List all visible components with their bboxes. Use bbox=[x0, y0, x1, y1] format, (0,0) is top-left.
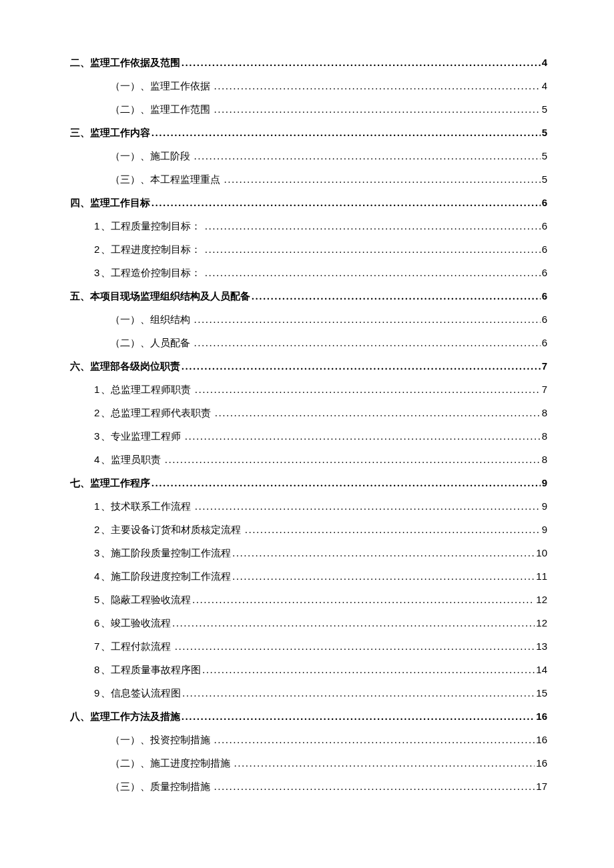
toc-entry: 8、工程质量事故程序图14 bbox=[70, 664, 547, 677]
toc-entry-title: 5、隐蔽工程验收流程 bbox=[94, 594, 191, 606]
toc-entry: 八、监理工作方法及措施16 bbox=[70, 711, 547, 723]
toc-entry-page: 16 bbox=[536, 757, 547, 769]
toc-entry-title: 6、竣工验收流程 bbox=[94, 617, 171, 630]
toc-entry: （一）、组织结构 6 bbox=[70, 314, 547, 326]
toc-entry: 2、总监理工程师代表职责 8 bbox=[70, 407, 547, 420]
toc-entry: 4、监理员职责 8 bbox=[70, 454, 547, 466]
toc-entry: 7、工程付款流程 13 bbox=[70, 640, 547, 653]
toc-entry-title: 1、总监理工程师职责 bbox=[94, 384, 194, 396]
toc-entry-page: 16 bbox=[536, 734, 547, 745]
toc-entry-page: 8 bbox=[542, 407, 547, 418]
toc-entry-title: （一）、施工阶段 bbox=[110, 150, 193, 163]
toc-leader-dots bbox=[214, 81, 541, 92]
toc-leader-dots bbox=[195, 501, 541, 512]
toc-entry-page: 6 bbox=[542, 220, 547, 232]
toc-entry: （二）、人员配备 6 bbox=[70, 337, 547, 350]
toc-leader-dots bbox=[205, 244, 541, 256]
toc-entry-title: 五、本项目现场监理组织结构及人员配备 bbox=[70, 290, 250, 303]
toc-entry: 3、工程造价控制目标： 6 bbox=[70, 267, 547, 280]
toc-entry-page: 5 bbox=[542, 150, 547, 161]
toc-entry: 七、监理工作程序9 bbox=[70, 477, 547, 490]
toc-leader-dots bbox=[215, 408, 541, 419]
toc-entry: （一）、投资控制措施 16 bbox=[70, 734, 547, 747]
toc-entry-page: 6 bbox=[542, 314, 547, 325]
toc-entry-title: （二）、施工进度控制措施 bbox=[110, 757, 233, 770]
toc-entry: 9、信息签认流程图15 bbox=[70, 687, 547, 700]
table-of-contents: 二、监理工作依据及范围4（一）、监理工作依据 4（二）、监理工作范围 5三、监理… bbox=[70, 57, 547, 793]
toc-leader-dots bbox=[214, 104, 541, 115]
toc-entry-title: 8、工程质量事故程序图 bbox=[94, 664, 201, 677]
toc-entry: 2、主要设备订货和材质核定流程 9 bbox=[70, 524, 547, 536]
toc-entry-number: 4 bbox=[94, 570, 99, 582]
toc-entry-page: 9 bbox=[542, 500, 547, 512]
toc-entry-page: 4 bbox=[542, 57, 547, 68]
toc-entry-title: 二、监理工作依据及范围 bbox=[70, 57, 180, 69]
toc-entry-page: 14 bbox=[536, 664, 547, 675]
toc-entry-title: 9、信息签认流程图 bbox=[94, 687, 181, 700]
toc-leader-dots bbox=[151, 127, 541, 139]
toc-entry-page: 5 bbox=[542, 127, 547, 138]
toc-entry: 3、施工阶段质量控制工作流程10 bbox=[70, 547, 547, 560]
toc-entry-page: 5 bbox=[542, 103, 547, 115]
toc-entry: 二、监理工作依据及范围4 bbox=[70, 57, 547, 69]
toc-entry-title: （一）、监理工作依据 bbox=[110, 80, 213, 93]
toc-entry: 2、工程进度控制目标： 6 bbox=[70, 244, 547, 256]
toc-leader-dots bbox=[195, 384, 541, 396]
toc-entry: 五、本项目现场监理组织结构及人员配备6 bbox=[70, 290, 547, 303]
toc-entry-title: 3、施工阶段质量控制工作流程 bbox=[94, 547, 231, 560]
toc-entry: 4、施工阶段进度控制工作流程11 bbox=[70, 570, 547, 583]
toc-entry: （二）、监理工作范围 5 bbox=[70, 103, 547, 116]
toc-entry-number: 2 bbox=[94, 407, 99, 418]
toc-entry-page: 10 bbox=[536, 547, 547, 558]
toc-entry-title: （二）、人员配备 bbox=[110, 337, 193, 350]
toc-leader-dots bbox=[151, 197, 541, 209]
toc-entry-title: 3、工程造价控制目标： bbox=[94, 267, 204, 280]
toc-entry-title: 7、工程付款流程 bbox=[94, 640, 174, 653]
toc-leader-dots bbox=[194, 338, 541, 349]
toc-entry-title: （一）、投资控制措施 bbox=[110, 734, 213, 747]
toc-entry: 三、监理工作内容5 bbox=[70, 127, 547, 139]
toc-entry-number: 8 bbox=[94, 664, 99, 675]
toc-entry-page: 9 bbox=[542, 524, 547, 535]
toc-entry-page: 11 bbox=[536, 570, 547, 582]
toc-entry: 1、工程质量控制目标： 6 bbox=[70, 220, 547, 233]
toc-entry: 1、技术联系工作流程 9 bbox=[70, 500, 547, 513]
toc-leader-dots bbox=[182, 361, 541, 372]
toc-entry-page: 7 bbox=[542, 384, 547, 395]
toc-entry: 1、总监理工程师职责 7 bbox=[70, 384, 547, 396]
toc-entry-title: 三、监理工作内容 bbox=[70, 127, 150, 139]
toc-entry-number: 7 bbox=[94, 640, 99, 652]
toc-entry-number: 3 bbox=[94, 547, 99, 558]
toc-leader-dots bbox=[194, 151, 541, 162]
toc-leader-dots bbox=[232, 548, 535, 559]
toc-entry-page: 8 bbox=[542, 430, 547, 442]
toc-entry-title: 七、监理工作程序 bbox=[70, 477, 150, 490]
toc-entry-title: （三）、质量控制措施 bbox=[110, 781, 213, 793]
toc-entry-page: 8 bbox=[542, 454, 547, 465]
toc-entry: （二）、施工进度控制措施 16 bbox=[70, 757, 547, 770]
toc-entry-title: 2、总监理工程师代表职责 bbox=[94, 407, 214, 420]
toc-leader-dots bbox=[182, 711, 535, 723]
toc-entry-title: 2、工程进度控制目标： bbox=[94, 244, 204, 256]
toc-leader-dots bbox=[232, 571, 535, 582]
toc-entry-page: 6 bbox=[542, 197, 547, 208]
toc-leader-dots bbox=[214, 735, 535, 746]
toc-entry-number: 3 bbox=[94, 267, 99, 278]
toc-leader-dots bbox=[202, 665, 535, 676]
toc-entry-title: 3、专业监理工程师 bbox=[94, 430, 184, 443]
toc-entry-page: 12 bbox=[536, 594, 547, 605]
toc-leader-dots bbox=[172, 618, 535, 629]
toc-leader-dots bbox=[182, 688, 535, 699]
toc-entry-number: 1 bbox=[94, 384, 99, 395]
toc-entry-number: 5 bbox=[94, 594, 99, 605]
toc-entry-page: 15 bbox=[536, 687, 547, 699]
toc-entry-title: （一）、组织结构 bbox=[110, 314, 193, 326]
toc-leader-dots bbox=[214, 781, 535, 793]
toc-entry-title: （三）、本工程监理重点 bbox=[110, 173, 223, 186]
toc-entry-page: 9 bbox=[542, 477, 547, 488]
toc-leader-dots bbox=[252, 291, 541, 302]
toc-leader-dots bbox=[151, 478, 541, 489]
toc-leader-dots bbox=[182, 57, 541, 69]
toc-entry: 3、专业监理工程师 8 bbox=[70, 430, 547, 443]
toc-entry: 六、监理部各级岗位职责7 bbox=[70, 360, 547, 373]
